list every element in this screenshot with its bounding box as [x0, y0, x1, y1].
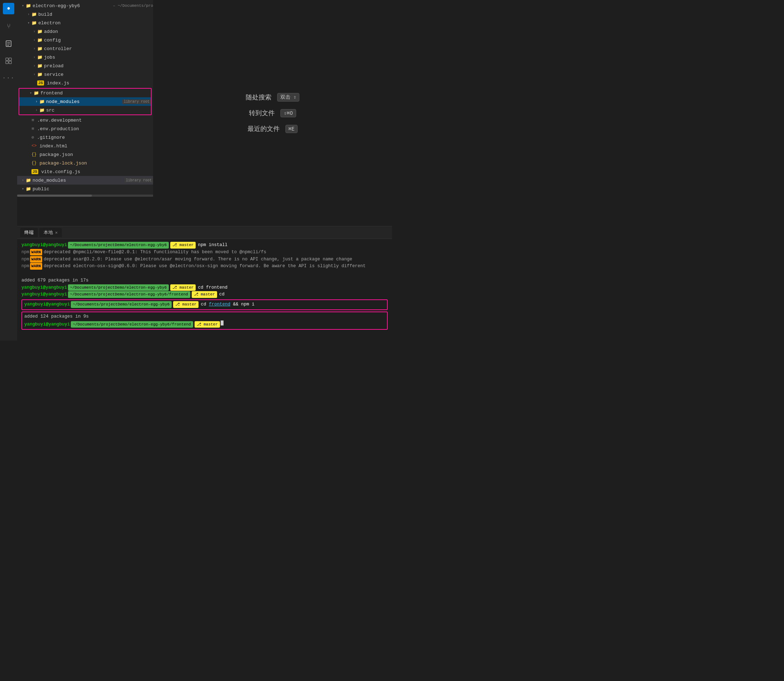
- terminal-tab-local[interactable]: 本地 ✕: [40, 228, 62, 237]
- src-label: src: [46, 108, 151, 113]
- terminal-final-prompt: yangbuyi@yangbuyi ~/Documents/projectDem…: [24, 320, 385, 328]
- terminal-empty-line: [21, 270, 388, 277]
- main-container: 📁 electron-egg-yby6 – ~/Documents/pro 📁 …: [17, 0, 392, 340]
- package-json-icon: {}: [32, 152, 36, 157]
- terminal-output-block: added 124 packages in 9s yangbuyi@yangbu…: [21, 312, 388, 330]
- prompt-cmd-1: npm install: [198, 242, 228, 249]
- src-chevron: [33, 108, 40, 112]
- terminal-line-warn-1: npm WARN deprecated @npmcli/move-file@2.…: [21, 249, 388, 256]
- sidebar-scrollbar[interactable]: [17, 195, 153, 197]
- env-dev-icon: ≡: [32, 118, 34, 123]
- terminal-tab-terminal[interactable]: 终端: [20, 228, 38, 237]
- config-folder[interactable]: 📁 config: [17, 36, 153, 44]
- editor-main: 随处搜索 双击 ⇧ 转到文件 ⇧⌘O 最近的文件 ⌘E: [153, 0, 392, 226]
- node-modules-root-folder[interactable]: 📁 node_modules library root: [17, 176, 153, 185]
- index-html-label: index.html: [40, 143, 153, 149]
- search-hint-label: 随处搜索: [246, 93, 271, 101]
- controller-folder-icon: 📁: [37, 46, 43, 52]
- root-label: electron-egg-yby6: [33, 3, 111, 9]
- search-shortcut: 双击 ⇧: [277, 93, 300, 101]
- electron-folder[interactable]: 📁 electron: [17, 19, 153, 27]
- package-lock-label: package-lock.json: [40, 161, 153, 166]
- public-folder-icon: 📁: [26, 186, 31, 192]
- svg-rect-5: [9, 58, 11, 60]
- prompt-cmd-2: cd frontend: [198, 284, 228, 291]
- env-prod-icon: ≡: [32, 126, 34, 131]
- terminal-cd: yangbuyi@yangbuyi ~/Documents/projectDem…: [21, 291, 388, 298]
- recent-files-label: 最近的文件: [247, 125, 280, 133]
- prompt-user-1: yangbuyi@yangbuyi: [21, 242, 67, 249]
- build-chevron: [26, 13, 32, 16]
- package-json-file[interactable]: {} package.json: [17, 150, 153, 159]
- preload-chevron: [32, 64, 37, 68]
- root-chevron: [20, 3, 26, 8]
- terminal-line-warn-2: npm WARN deprecated asar@3.2.0: Please u…: [21, 256, 388, 263]
- svg-rect-6: [6, 61, 8, 64]
- terminal-cursor: [221, 320, 223, 325]
- index-js-file[interactable]: JS index.js: [17, 79, 153, 87]
- gitignore-file[interactable]: ⊘ .gitignore: [17, 133, 153, 142]
- root-folder[interactable]: 📁 electron-egg-yby6 – ~/Documents/pro: [17, 2, 153, 10]
- index-html-file[interactable]: <> index.html: [17, 142, 153, 150]
- sidebar-scrollbar-thumb: [17, 195, 92, 197]
- terminal-cd-frontend: yangbuyi@yangbuyi ~/Documents/projectDem…: [21, 284, 388, 291]
- preload-folder[interactable]: 📁 preload: [17, 62, 153, 70]
- node-modules-root-icon: 📁: [26, 178, 31, 183]
- electron-folder-icon: 📁: [32, 21, 37, 26]
- warn-badge-2: WARN: [30, 256, 42, 263]
- service-label: service: [44, 72, 153, 77]
- addon-folder[interactable]: 📁 addon: [17, 27, 153, 36]
- source-control-icon[interactable]: ⑂: [3, 21, 14, 32]
- warn-text-1: deprecated @npmcli/move-file@2.0.1: This…: [44, 249, 266, 256]
- addon-chevron: [32, 30, 37, 33]
- local-tab-label: 本地: [44, 229, 53, 236]
- env-dev-file[interactable]: ≡ .env.development: [17, 116, 153, 125]
- controller-chevron: [32, 47, 37, 51]
- recent-files-shortcut: ⌘E: [285, 125, 298, 133]
- electron-label: electron: [38, 21, 153, 26]
- env-prod-file[interactable]: ≡ .env.production: [17, 125, 153, 133]
- src-folder[interactable]: 📁 src: [19, 106, 151, 114]
- node-modules-frontend-folder[interactable]: 📁 node_modules library root: [19, 97, 151, 106]
- node-modules-frontend-label: node_modules: [46, 99, 121, 105]
- service-folder-icon: 📁: [37, 72, 43, 77]
- env-prod-label: .env.production: [37, 126, 153, 131]
- extensions-icon[interactable]: [3, 56, 14, 66]
- build-folder[interactable]: 📁 build: [17, 10, 153, 19]
- jobs-folder[interactable]: 📁 jobs: [17, 53, 153, 62]
- npm-prefix-1: npm: [21, 249, 29, 255]
- terminal-content[interactable]: yangbuyi@yangbuyi ~/Documents/projectDem…: [17, 239, 392, 340]
- terminal-line-npm-install: yangbuyi@yangbuyi ~/Documents/projectDem…: [21, 242, 388, 249]
- vite-config-label: vite.config.js: [41, 169, 153, 174]
- warn-text-3: deprecated electron-osx-sign@0.6.0: Plea…: [44, 263, 366, 270]
- node-modules-frontend-icon: 📁: [40, 99, 45, 105]
- electron-chevron: [26, 21, 32, 25]
- terminal-tabs: 终端 本地 ✕: [17, 226, 392, 239]
- terminal-added-124: added 124 packages in 9s: [24, 313, 385, 320]
- root-folder-icon: 📁: [26, 3, 31, 9]
- terminal-tab-label: 终端: [24, 229, 33, 236]
- service-folder[interactable]: 📁 service: [17, 70, 153, 79]
- controller-folder[interactable]: 📁 controller: [17, 44, 153, 53]
- vite-config-file[interactable]: JS vite.config.js: [17, 167, 153, 176]
- explorer-icon[interactable]: [3, 39, 14, 49]
- package-lock-file[interactable]: {} package-lock.json: [17, 159, 153, 167]
- prompt-user-5: yangbuyi@yangbuyi: [24, 321, 70, 328]
- config-chevron: [32, 38, 37, 42]
- sidebar-wrapper: 📁 electron-egg-yby6 – ~/Documents/pro 📁 …: [17, 0, 153, 226]
- frontend-folder[interactable]: 📁 frontend: [19, 89, 151, 97]
- public-folder[interactable]: 📁 public: [17, 185, 153, 193]
- jobs-label: jobs: [44, 55, 153, 60]
- addon-folder-icon: 📁: [37, 29, 43, 34]
- service-chevron: [32, 73, 37, 76]
- index-js-label: index.js: [47, 81, 153, 86]
- frontend-label: frontend: [40, 90, 151, 96]
- local-tab-close[interactable]: ✕: [55, 230, 58, 235]
- more-icon[interactable]: ···: [3, 73, 14, 83]
- prompt-path-5: ~/Documents/projectDemo/electron-egg-yby…: [71, 321, 193, 328]
- root-path: – ~/Documents/pro: [113, 3, 153, 8]
- terminal-line-warn-3: npm WARN deprecated electron-osx-sign@0.…: [21, 263, 388, 270]
- recent-files-row: 最近的文件 ⌘E: [247, 125, 298, 133]
- build-folder-icon: 📁: [32, 12, 37, 17]
- npm-prefix-2: npm: [21, 256, 29, 263]
